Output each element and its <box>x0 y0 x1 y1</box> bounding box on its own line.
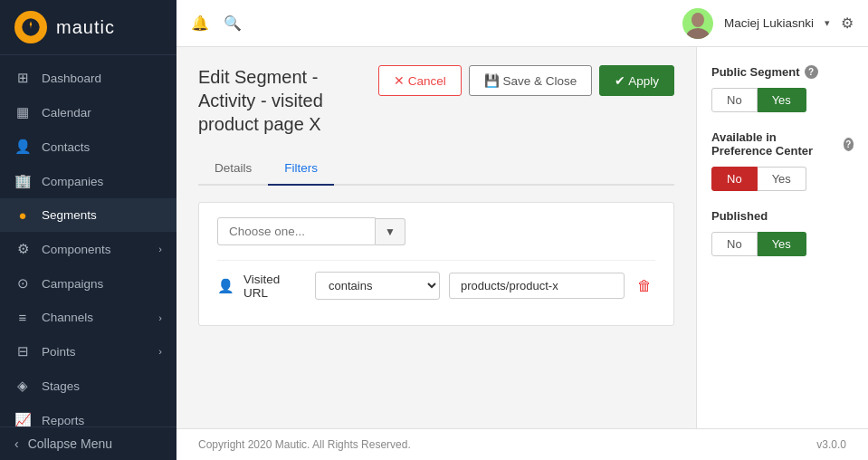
person-icon: 👤 <box>217 278 234 294</box>
collapse-icon: ‹ <box>14 436 19 451</box>
preference-center-section: Available in Preference Center ? No Yes <box>711 130 854 191</box>
public-segment-label: Public Segment <box>711 65 800 79</box>
sidebar-item-calendar[interactable]: ▦ Calendar <box>0 95 176 129</box>
reports-icon: 📈 <box>14 412 31 426</box>
sidebar-item-points[interactable]: ⊟ Points › <box>0 334 176 369</box>
filter-label: Visited URL <box>243 273 306 300</box>
points-icon: ⊟ <box>14 343 31 359</box>
choose-dropdown-arrow-icon[interactable]: ▼ <box>376 218 405 245</box>
sidebar-item-label: Channels <box>42 311 93 324</box>
settings-gear-icon[interactable]: ⚙ <box>841 14 854 32</box>
content-main: Edit Segment - Activity - visited produc… <box>176 47 696 428</box>
topbar: 🔔 🔍 Maciej Lukiasnki ▾ ⚙ <box>176 0 868 47</box>
main-area: 🔔 🔍 Maciej Lukiasnki ▾ ⚙ Edit Segment - … <box>176 0 868 460</box>
chevron-right-icon: › <box>158 244 162 254</box>
choose-dropdown-group: ▼ <box>217 217 655 245</box>
sidebar-item-contacts[interactable]: 👤 Contacts <box>0 129 176 164</box>
sidebar-item-label: Reports <box>42 414 84 427</box>
topbar-icons: 🔔 🔍 <box>191 14 242 32</box>
tab-details[interactable]: Details <box>198 152 268 186</box>
tab-filters[interactable]: Filters <box>268 152 334 186</box>
published-title: Published <box>711 209 854 223</box>
filter-row: 👤 Visited URL contains does not contain … <box>217 260 655 311</box>
sidebar-item-dashboard[interactable]: ⊞ Dashboard <box>0 61 176 95</box>
collapse-label: Collapse Menu <box>28 436 112 451</box>
sidebar-item-label: Components <box>42 243 111 256</box>
logo-icon: M <box>14 11 47 43</box>
sidebar-item-label: Stages <box>42 379 80 393</box>
sidebar-item-label: Campaigns <box>42 277 103 291</box>
components-icon: ⚙ <box>14 241 31 257</box>
notification-bell-icon[interactable]: 🔔 <box>191 14 209 32</box>
copyright-text: Copyright 2020 Mautic. All Rights Reserv… <box>198 438 411 451</box>
choose-one-input[interactable] <box>217 217 376 245</box>
page-actions: ✕ Cancel 💾 Save & Close ✔ Apply <box>378 65 674 96</box>
campaigns-icon: ⊙ <box>14 275 31 292</box>
brand-name: mautic <box>56 17 115 38</box>
cancel-button[interactable]: ✕ Cancel <box>378 65 462 96</box>
svg-point-2 <box>692 13 704 27</box>
sidebar-item-stages[interactable]: ◈ Stages <box>0 369 176 403</box>
collapse-menu-button[interactable]: ‹ Collapse Menu <box>0 426 176 460</box>
save-close-button[interactable]: 💾 Save & Close <box>469 65 593 96</box>
companies-icon: 🏢 <box>14 173 31 189</box>
contacts-icon: 👤 <box>14 139 31 155</box>
username-label[interactable]: Maciej Lukiasnki <box>724 16 814 30</box>
sidebar-item-label: Segments <box>42 208 97 222</box>
preference-center-help-icon[interactable]: ? <box>844 138 854 151</box>
avatar <box>682 8 713 39</box>
published-toggle: No Yes <box>711 232 854 256</box>
page-title: Edit Segment - Activity - visited produc… <box>198 65 378 136</box>
content-footer-spacer <box>198 326 674 344</box>
sidebar-item-label: Companies <box>42 175 103 188</box>
segments-icon: ● <box>14 207 31 223</box>
published-no-button[interactable]: No <box>711 232 758 256</box>
sidebar: M mautic ⊞ Dashboard ▦ Calendar 👤 Contac… <box>0 0 176 460</box>
apply-button[interactable]: ✔ Apply <box>599 65 674 96</box>
sidebar-item-companies[interactable]: 🏢 Companies <box>0 164 176 198</box>
sidebar-nav: ⊞ Dashboard ▦ Calendar 👤 Contacts 🏢 Comp… <box>0 55 176 426</box>
delete-filter-button[interactable]: 🗑 <box>634 274 655 298</box>
sidebar-item-label: Dashboard <box>42 72 101 85</box>
sidebar-item-components[interactable]: ⚙ Components › <box>0 232 176 266</box>
public-segment-title: Public Segment ? <box>711 65 854 79</box>
dashboard-icon: ⊞ <box>14 70 31 86</box>
sidebar-item-reports[interactable]: 📈 Reports <box>0 403 176 426</box>
preference-center-title: Available in Preference Center ? <box>711 130 854 158</box>
public-segment-help-icon[interactable]: ? <box>805 65 818 79</box>
published-section: Published No Yes <box>711 209 854 256</box>
sidebar-logo: M mautic <box>0 0 176 55</box>
tabs: Details Filters <box>198 152 674 186</box>
sidebar-item-campaigns[interactable]: ⊙ Campaigns <box>0 266 176 301</box>
published-label: Published <box>711 209 768 223</box>
page-footer: Copyright 2020 Mautic. All Rights Reserv… <box>176 428 868 460</box>
public-segment-no-button[interactable]: No <box>711 88 758 112</box>
channels-icon: ≡ <box>14 310 31 325</box>
svg-text:M: M <box>27 23 34 33</box>
sidebar-item-label: Calendar <box>42 106 91 120</box>
content-wrap: Edit Segment - Activity - visited produc… <box>176 47 868 428</box>
calendar-icon: ▦ <box>14 104 31 120</box>
preference-center-label: Available in Preference Center <box>711 130 839 158</box>
public-segment-yes-button[interactable]: Yes <box>758 88 806 112</box>
published-yes-button[interactable]: Yes <box>758 232 806 256</box>
stages-icon: ◈ <box>14 378 31 394</box>
chevron-right-icon: › <box>158 312 162 323</box>
public-segment-section: Public Segment ? No Yes <box>711 65 854 112</box>
filter-operator-select[interactable]: contains does not contain starts with en… <box>315 272 440 300</box>
right-sidebar: Public Segment ? No Yes Available in Pre… <box>696 47 868 428</box>
sidebar-item-label: Points <box>42 345 76 359</box>
chevron-right-icon: › <box>158 346 162 357</box>
topbar-right: Maciej Lukiasnki ▾ ⚙ <box>682 8 854 39</box>
page-header: Edit Segment - Activity - visited produc… <box>198 65 674 136</box>
user-dropdown-icon[interactable]: ▾ <box>825 17 830 29</box>
filters-panel: ▼ 👤 Visited URL contains does not contai… <box>198 202 674 326</box>
svg-point-3 <box>686 28 710 39</box>
search-icon[interactable]: 🔍 <box>224 14 242 32</box>
sidebar-item-segments[interactable]: ● Segments <box>0 198 176 232</box>
sidebar-item-channels[interactable]: ≡ Channels › <box>0 301 176 334</box>
version-text: v3.0.0 <box>816 438 846 451</box>
preference-center-no-button[interactable]: No <box>711 167 758 191</box>
filter-value-input[interactable] <box>449 273 625 299</box>
preference-center-yes-button[interactable]: Yes <box>758 167 806 191</box>
